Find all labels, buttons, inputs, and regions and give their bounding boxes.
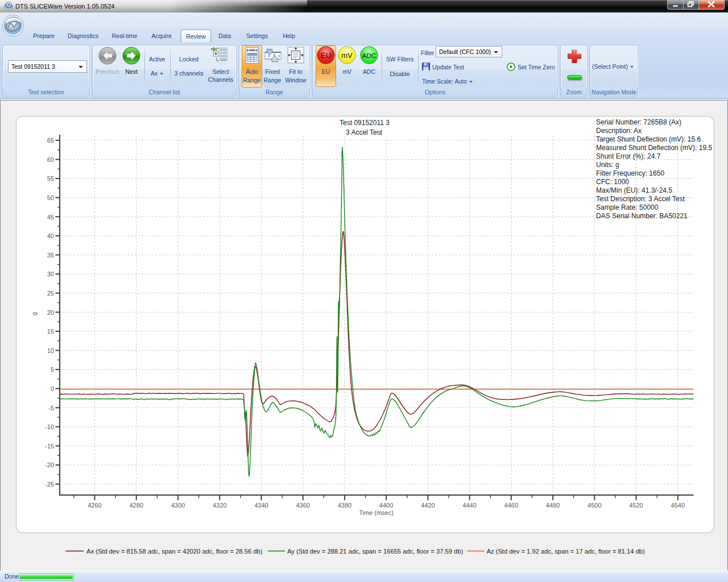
svg-text:35: 35	[47, 252, 54, 259]
svg-text:Max/Min (EU): 41.3/-24.5: Max/Min (EU): 41.3/-24.5	[596, 186, 672, 194]
svg-text:mV: mV	[341, 51, 353, 60]
svg-text:4540: 4540	[671, 502, 685, 509]
svg-text:-15: -15	[45, 443, 54, 450]
svg-text:4320: 4320	[213, 502, 226, 509]
svg-text:4460: 4460	[504, 502, 518, 509]
svg-text:0: 0	[51, 385, 54, 392]
svg-text:Serial Number: 7265B8 (Ax): Serial Number: 7265B8 (Ax)	[596, 118, 681, 126]
svg-text:-25: -25	[45, 481, 54, 488]
svg-text:45: 45	[47, 214, 54, 221]
svg-text:4520: 4520	[629, 502, 643, 509]
svg-text:4480: 4480	[546, 502, 560, 509]
svg-text:20: 20	[47, 309, 54, 316]
svg-text:3 Accel Test: 3 Accel Test	[346, 128, 382, 136]
svg-text:Az (Std dev = 1.92 adc, span =: Az (Std dev = 1.92 adc, span = 17 adc, f…	[487, 548, 646, 555]
svg-text:Test 09152011 3: Test 09152011 3	[340, 119, 390, 127]
svg-text:-20: -20	[45, 462, 54, 468]
svg-text:55: 55	[47, 175, 54, 182]
svg-text:65: 65	[47, 137, 54, 144]
svg-text:60: 60	[47, 156, 54, 163]
svg-text:DAS Serial Number: BA50221: DAS Serial Number: BA50221	[596, 212, 688, 220]
svg-text:4420: 4420	[421, 502, 435, 509]
svg-text:Units: g: Units: g	[596, 161, 619, 169]
svg-text:30: 30	[47, 271, 54, 277]
svg-text:-5: -5	[48, 405, 54, 411]
svg-text:4380: 4380	[338, 502, 351, 509]
svg-text:4340: 4340	[254, 502, 268, 509]
svg-text:EU: EU	[321, 51, 331, 60]
svg-text:4360: 4360	[296, 502, 309, 509]
svg-text:15: 15	[47, 328, 54, 335]
svg-text:40: 40	[47, 232, 54, 239]
svg-text:25: 25	[47, 290, 54, 297]
svg-text:4280: 4280	[129, 502, 143, 509]
svg-text:4300: 4300	[171, 502, 185, 509]
svg-text:Ay (Std dev = 288.21 adc, span: Ay (Std dev = 288.21 adc, span = 16655 a…	[287, 548, 463, 555]
svg-text:CFC: 1000: CFC: 1000	[596, 178, 629, 186]
svg-text:50: 50	[47, 194, 54, 201]
svg-text:Sample Rate: 50000: Sample Rate: 50000	[596, 203, 659, 211]
svg-text:Filter Frequency: 1650: Filter Frequency: 1650	[596, 169, 664, 177]
svg-text:Description: Ax: Description: Ax	[596, 127, 642, 135]
svg-text:4260: 4260	[88, 502, 101, 509]
svg-text:g: g	[31, 312, 38, 315]
svg-text:Target Shunt Deflection (mV):: Target Shunt Deflection (mV): 15.6	[596, 135, 701, 143]
svg-text:4440: 4440	[462, 502, 476, 509]
svg-text:Shunt Error (%): 24.7: Shunt Error (%): 24.7	[596, 152, 661, 160]
svg-text:4400: 4400	[379, 502, 393, 509]
svg-text:Measured Shunt Deflection (mV): Measured Shunt Deflection (mV): 19.5	[596, 144, 712, 152]
svg-text:-10: -10	[45, 423, 54, 430]
svg-text:10: 10	[47, 347, 54, 354]
svg-text:ADC: ADC	[362, 52, 376, 59]
svg-text:5: 5	[51, 366, 54, 373]
svg-text:Time (msec): Time (msec)	[359, 509, 394, 516]
svg-text:Test Description: 3 Accel Test: Test Description: 3 Accel Test	[596, 195, 685, 203]
svg-text:Ax (Std dev = 815.58 adc, span: Ax (Std dev = 815.58 adc, span = 42020 a…	[86, 548, 263, 555]
svg-text:4500: 4500	[588, 502, 601, 509]
